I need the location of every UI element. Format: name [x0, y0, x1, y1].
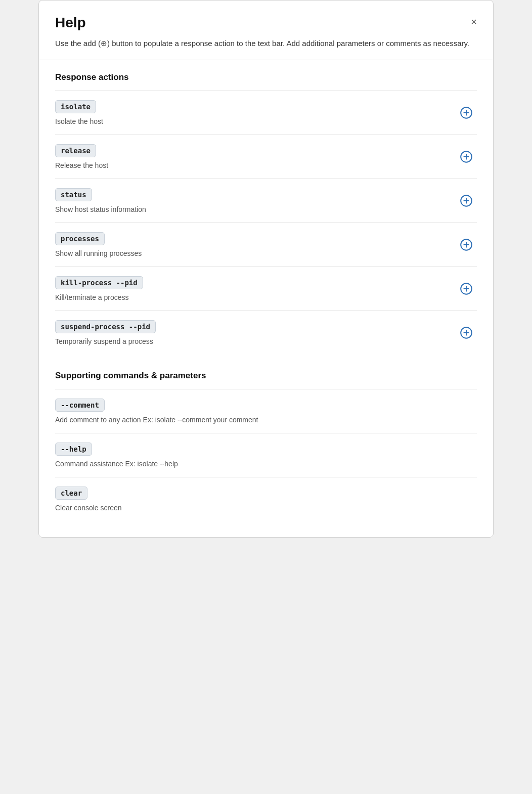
help-panel: Help Use the add (⊕) button to populate …: [38, 0, 494, 538]
panel-description: Use the add (⊕) button to populate a res…: [55, 38, 477, 50]
action-description: Show host status information: [55, 205, 448, 213]
action-description: Show all running processes: [55, 249, 448, 257]
supporting-badge: --comment: [55, 399, 105, 412]
supporting-item: --help Command assistance Ex: isolate --…: [55, 433, 477, 477]
response-action-item: isolate Isolate the host: [55, 91, 477, 135]
plus-circle-icon: [460, 238, 473, 251]
supporting-description: Command assistance Ex: isolate --help: [55, 460, 477, 468]
supporting-badge: clear: [55, 487, 87, 500]
item-content: isolate Isolate the host: [55, 100, 448, 125]
item-content: suspend-process --pid Temporarily suspen…: [55, 320, 448, 345]
response-action-item: kill-process --pid Kill/terminate a proc…: [55, 267, 477, 311]
response-action-item: status Show host status information: [55, 179, 477, 223]
response-action-item: suspend-process --pid Temporarily suspen…: [55, 311, 477, 355]
plus-circle-icon: [460, 326, 473, 339]
scrollable-area: Response actions isolate Isolate the hos…: [39, 60, 493, 537]
supporting-description: Add comment to any action Ex: isolate --…: [55, 416, 477, 424]
action-badge: isolate: [55, 100, 96, 113]
add-action-button[interactable]: [456, 148, 477, 165]
action-description: Temporarily suspend a process: [55, 337, 448, 345]
add-action-button[interactable]: [456, 280, 477, 297]
action-description: Kill/terminate a process: [55, 293, 448, 301]
plus-circle-icon: [460, 282, 473, 295]
response-action-item: release Release the host: [55, 135, 477, 179]
action-badge: processes: [55, 232, 105, 245]
add-action-button[interactable]: [456, 236, 477, 253]
plus-circle-icon: [460, 194, 473, 207]
plus-circle-icon: [460, 106, 473, 119]
supporting-item: clear Clear console screen: [55, 477, 477, 521]
supporting-section-title: Supporting commands & parameters: [55, 371, 477, 381]
panel-header: Help Use the add (⊕) button to populate …: [39, 1, 493, 60]
item-content: release Release the host: [55, 144, 448, 169]
response-actions-list: isolate Isolate the host release Release…: [55, 91, 477, 355]
item-content: kill-process --pid Kill/terminate a proc…: [55, 276, 448, 301]
supporting-section: Supporting commands & parameters --comme…: [39, 359, 493, 537]
add-action-button[interactable]: [456, 192, 477, 209]
action-description: Release the host: [55, 161, 448, 169]
response-actions-section: Response actions isolate Isolate the hos…: [39, 60, 493, 355]
response-action-item: processes Show all running processes: [55, 223, 477, 267]
action-badge: release: [55, 144, 96, 157]
supporting-item: --comment Add comment to any action Ex: …: [55, 389, 477, 433]
close-button[interactable]: ×: [469, 15, 479, 29]
supporting-badge: --help: [55, 443, 92, 456]
add-action-button[interactable]: [456, 324, 477, 341]
item-content: status Show host status information: [55, 188, 448, 213]
supporting-list: --comment Add comment to any action Ex: …: [55, 389, 477, 521]
action-badge: kill-process --pid: [55, 276, 143, 289]
add-action-button[interactable]: [456, 104, 477, 121]
item-content: processes Show all running processes: [55, 232, 448, 257]
response-actions-title: Response actions: [55, 72, 477, 82]
plus-circle-icon: [460, 150, 473, 163]
action-badge: status: [55, 188, 92, 201]
panel-title: Help: [55, 15, 477, 31]
action-badge: suspend-process --pid: [55, 320, 156, 333]
action-description: Isolate the host: [55, 117, 448, 125]
supporting-description: Clear console screen: [55, 504, 477, 512]
